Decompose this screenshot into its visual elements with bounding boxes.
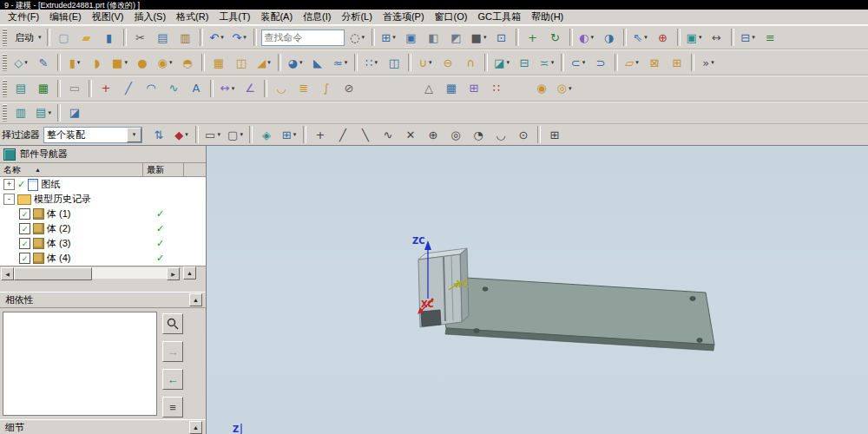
tree-hscrollbar[interactable]: ◀ ▶ [1,267,180,279]
dropdown-caret-icon[interactable]: ▾ [217,131,220,138]
split-body-icon[interactable]: ⊟ [514,52,535,73]
shell-icon[interactable]: ◫ [231,52,252,73]
dropdown-caret-icon[interactable]: ▾ [635,59,639,66]
trim-body-icon[interactable]: ◪▾ [491,52,512,73]
wave-link-icon[interactable]: ▣▾ [684,27,705,48]
snap-midpoint-icon[interactable]: ╲ [355,124,376,145]
dropdown-caret-icon[interactable]: ▾ [240,131,243,138]
search-icon[interactable]: ◌▾ [347,27,368,48]
sequence-icon[interactable]: ≡ [760,27,781,48]
dependencies-list[interactable] [3,312,157,416]
start-button[interactable]: 启动▾ [10,27,43,48]
dependencies-details-button[interactable]: ≡ [162,397,183,418]
sew-icon[interactable]: ≍▾ [536,52,557,73]
arrangements-icon[interactable]: ⊟▾ [738,27,759,48]
menu-item-window[interactable]: 窗口(O) [430,10,473,24]
dropdown-caret-icon[interactable]: ▾ [124,59,128,66]
subtract-icon[interactable]: ⊖ [437,52,458,73]
dropdown-caret-icon[interactable]: ▾ [392,34,396,41]
snap-scope-icon[interactable]: ⊞▾ [279,124,299,145]
swept-icon[interactable]: ∫ [316,78,337,99]
menu-item-view[interactable]: 视图(V) [87,10,129,24]
snap-intersection-icon[interactable]: ✕ [400,124,421,145]
menu-item-gc-toolbox[interactable]: GC工具箱 [472,10,526,24]
menu-item-help[interactable]: 帮助(H) [526,10,569,24]
dropdown-caret-icon[interactable]: ▾ [644,34,648,41]
command-search-input[interactable] [261,30,345,46]
offset-surface-icon[interactable]: ⊂▾ [568,52,589,73]
pan-view-icon[interactable]: + [523,27,543,48]
toolbar-grip-handle[interactable] [3,29,7,46]
window-titlebar[interactable]: 9 - 建模 - [Extruded24881.prt (修改的) ] [0,0,868,10]
grid-snap-icon[interactable]: ⊞ [544,124,565,145]
toolbar-grip-handle[interactable] [3,54,7,71]
dropdown-caret-icon[interactable]: ▾ [345,59,348,66]
assembly-constraints-icon[interactable]: ⊕ [653,27,674,48]
tree-row[interactable]: +✓图纸 [0,177,206,192]
snap-arc-center-icon[interactable]: ⊕ [423,124,444,145]
move-component-icon[interactable]: ⇖▾ [630,27,651,48]
save-icon[interactable]: ▮ [99,27,120,48]
point-icon[interactable]: + [95,78,116,99]
extrude-icon[interactable]: ▮▾ [64,52,85,73]
viewport-canvas[interactable]: ZC YC XC Z [207,146,868,434]
fit-view-icon[interactable]: ⊡ [491,27,512,48]
snap-circle-center-icon[interactable]: ◎ [445,124,466,145]
user-defined-feature-icon[interactable]: ◉ [531,78,552,99]
toolbar-grip-handle[interactable] [3,80,7,97]
deviation-gauge-icon[interactable]: ⊘ [339,78,359,99]
cut-icon[interactable]: ✂ [130,27,151,48]
dropdown-caret-icon[interactable]: ▾ [361,34,365,41]
dropdown-caret-icon[interactable]: ▾ [711,59,714,66]
column-name[interactable]: 名称 ▲ [0,163,143,176]
object-display-icon[interactable]: ◑ [599,27,620,48]
boss-icon[interactable]: ◓ [177,52,198,73]
copy-icon[interactable]: ▤ [153,27,174,48]
node-checkbox[interactable]: ✓ [19,208,30,220]
dependencies-search-button[interactable] [162,313,183,334]
dropdown-caret-icon[interactable]: ▾ [77,59,81,66]
snap-point-on-face-icon[interactable]: ⊙ [513,124,534,145]
wireframe-view-icon[interactable]: ◧ [424,27,444,48]
revolve-icon[interactable]: ◗ [87,52,108,73]
open-icon[interactable]: ▰ [76,27,97,48]
thicken-icon[interactable]: ⊃ [590,52,611,73]
menu-item-insert[interactable]: 插入(S) [128,10,171,24]
new-file-icon[interactable]: ▢ [54,27,75,48]
datum-csys-icon[interactable]: △ [418,78,439,99]
tree-row[interactable]: ✓体 (1)✓ [0,207,206,221]
dropdown-caret-icon[interactable]: ▾ [185,131,188,138]
selection-priority-icon[interactable]: ⇅ [148,124,169,145]
tree-row[interactable]: ✓体 (3)✓ [0,236,206,251]
show-hide-icon[interactable]: ◐▾ [576,27,597,48]
snap-curve-icon[interactable]: ∿ [378,124,398,145]
studio-spline-icon[interactable]: ∿ [163,78,184,99]
datum-plane-icon[interactable]: ◇▾ [10,52,31,73]
move-face-icon[interactable]: ▱▾ [621,52,642,73]
mirror-feature-icon[interactable]: ◫ [384,52,404,73]
line-icon[interactable]: ╱ [118,78,139,99]
column-latest[interactable]: 最新 [143,163,184,176]
block-icon[interactable]: ■▾ [109,52,130,73]
draft-icon[interactable]: ◢▾ [253,52,274,73]
rib-icon[interactable]: ▦ [208,52,229,73]
lasso-icon[interactable]: ▢▾ [225,124,246,145]
sketch-icon[interactable]: ✎ [33,52,54,73]
cylinder-icon[interactable]: ● [132,52,153,73]
dropdown-caret-icon[interactable]: ▾ [569,85,572,92]
dropdown-caret-icon[interactable]: ▾ [590,34,594,41]
dropdown-caret-icon[interactable]: ▾ [374,59,378,66]
menu-item-edit[interactable]: 编辑(E) [44,10,87,24]
selection-scope-combo[interactable]: 整个装配 ▼ [43,127,142,143]
navigator-collapse-button[interactable]: ▲ [183,266,196,279]
dropdown-caret-icon[interactable]: ▾ [243,34,247,41]
through-curves-icon[interactable]: ≣ [293,78,314,99]
menu-item-file[interactable]: 文件(F) [3,10,44,24]
scroll-left-icon[interactable]: ◀ [1,267,14,280]
details-header[interactable]: 细节 ▲ [0,419,206,434]
dropdown-caret-icon[interactable]: ▾ [293,131,297,138]
dependencies-forward-button[interactable]: → [162,341,183,362]
dropdown-caret-icon[interactable]: ▾ [169,59,173,66]
dropdown-caret-icon[interactable]: ▾ [299,59,303,66]
menu-item-format[interactable]: 格式(R) [171,10,214,24]
